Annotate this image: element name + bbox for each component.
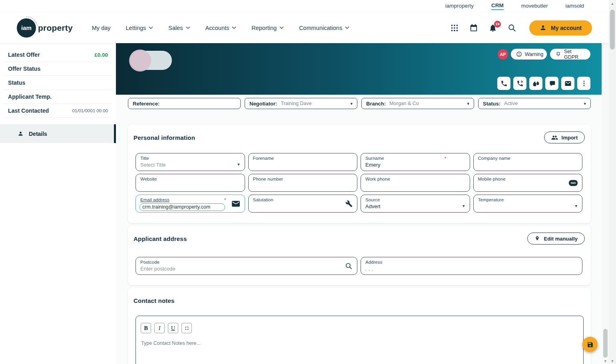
mobile-phone-field[interactable]: Mobile phone SMS — [473, 174, 583, 192]
branch-label: Branch: — [366, 101, 386, 107]
surname-label: Surname — [365, 156, 465, 161]
import-button[interactable]: Import — [544, 131, 585, 143]
set-gdpr-button[interactable]: Set GDPR — [550, 49, 590, 60]
personal-fields-grid: Title Select Title ▾ Forename Surname Em… — [136, 153, 582, 213]
stat-offer-status: Offer Status — [4, 62, 112, 76]
reference-input[interactable]: Reference: — [128, 98, 241, 109]
product-switcher-bar: iamproperty CRM movebutler iamsold — [0, 0, 609, 12]
mobile-phone-label: Mobile phone — [478, 177, 578, 181]
content-scrollbar[interactable]: ▼ — [602, 43, 609, 364]
my-account-label: My account — [551, 25, 582, 31]
editor-toolbar: B I U — [141, 323, 583, 333]
product-link-iamproperty[interactable]: iamproperty — [445, 3, 474, 10]
salutation-field[interactable]: Salutation — [248, 195, 358, 213]
scroll-down-arrow[interactable]: ▼ — [602, 359, 609, 363]
apps-grid-icon[interactable] — [450, 24, 459, 32]
scroll-down-arrow[interactable]: ▼ — [609, 359, 616, 363]
applicant-address-title: Applicant address — [134, 235, 187, 242]
caret-down-icon: ▾ — [584, 101, 586, 106]
nav-sales[interactable]: Sales — [168, 25, 190, 31]
content-scrollbar-thumb[interactable] — [603, 329, 608, 358]
product-link-crm[interactable]: CRM — [491, 2, 504, 10]
save-button[interactable] — [582, 337, 598, 352]
warning-button[interactable]: Warning — [511, 49, 547, 60]
warning-label: Warning — [525, 52, 543, 57]
product-link-iamsold[interactable]: iamsold — [565, 3, 584, 10]
title-select[interactable]: Title Select Title ▾ — [136, 153, 245, 171]
envelope-icon — [564, 80, 572, 87]
envelope-icon[interactable] — [231, 200, 240, 207]
surname-field[interactable]: Surname Emery * — [361, 153, 470, 171]
edit-manually-label: Edit manually — [544, 236, 578, 242]
caret-down-icon: ▾ — [350, 101, 353, 106]
negotiator-avatar[interactable]: AP — [498, 49, 508, 60]
source-label: Source — [365, 197, 465, 202]
calendar-icon[interactable] — [469, 24, 478, 32]
sms-icon[interactable]: SMS — [569, 180, 578, 186]
italic-button[interactable]: I — [154, 323, 165, 333]
ellipsis-vertical-icon — [580, 80, 588, 87]
reference-label: Reference: — [133, 101, 159, 107]
chevron-down-icon — [345, 26, 349, 29]
postcode-field[interactable]: Postcode Enter postcode — [136, 257, 357, 275]
record-sidebar: Latest Offer £0.00 Offer Status Status A… — [0, 43, 116, 364]
viewings-button[interactable] — [529, 77, 542, 90]
phone-number-field[interactable]: Phone number — [248, 174, 358, 192]
website-label: Website — [140, 177, 240, 181]
page-scrollbar-thumb[interactable] — [610, 10, 615, 50]
status-select[interactable]: Status: Active ▾ — [478, 98, 591, 109]
nav-communications-label: Communications — [299, 25, 342, 31]
chevron-down-icon — [232, 26, 236, 29]
last-contacted-value: 01/01/0001 00:00 — [72, 108, 108, 113]
nav-accounts[interactable]: Accounts — [205, 25, 237, 31]
tools-icon[interactable] — [345, 200, 353, 207]
search-icon[interactable] — [508, 24, 516, 32]
email-button[interactable] — [561, 77, 574, 90]
nav-my-day[interactable]: My day — [92, 25, 111, 31]
avatar-placeholder-circle — [129, 50, 151, 72]
forename-field[interactable]: Forename — [248, 153, 358, 171]
expand-icon — [184, 326, 189, 331]
search-icon[interactable] — [345, 262, 353, 270]
bold-button[interactable]: B — [141, 323, 151, 333]
branch-select[interactable]: Branch: Morgan & Co ▾ — [361, 98, 474, 109]
address-value: , , , — [365, 267, 578, 271]
temperature-select[interactable]: Temperature ▾ — [473, 195, 583, 213]
nav-lettings[interactable]: Lettings — [126, 25, 154, 31]
contact-action-bar — [497, 77, 590, 90]
iamproperty-logo[interactable]: iam property — [17, 18, 73, 38]
notification-count-badge: 19 — [494, 21, 501, 28]
scroll-up-arrow[interactable]: ▲ — [609, 2, 616, 6]
company-name-field[interactable]: Company name — [473, 153, 583, 171]
underline-button[interactable]: U — [168, 323, 178, 333]
sidebar-item-details[interactable]: Details — [0, 124, 116, 143]
chevron-down-icon — [279, 26, 284, 29]
nav-reporting[interactable]: Reporting — [251, 25, 284, 31]
logo-wordmark: property — [38, 23, 73, 33]
work-phone-field[interactable]: Work phone — [361, 174, 470, 192]
source-select[interactable]: Source Advert ▾ — [361, 195, 470, 213]
negotiator-label: Negotiator: — [249, 101, 277, 107]
call-button[interactable] — [497, 77, 510, 90]
nav-lettings-label: Lettings — [126, 25, 146, 31]
address-field[interactable]: Address , , , — [361, 257, 582, 275]
my-account-button[interactable]: My account — [529, 20, 592, 36]
email-address-input[interactable]: crm.training@iamproperty.com — [140, 203, 225, 211]
applicant-address-card: Applicant address Edit manually Postcode… — [128, 226, 591, 285]
negotiator-select[interactable]: Negotiator: Training Dave ▾ — [245, 98, 357, 109]
expand-button[interactable] — [181, 323, 192, 333]
status-label: Status: — [483, 101, 500, 107]
sms-chat-button[interactable] — [545, 77, 558, 90]
chat-bubble-icon — [548, 80, 556, 87]
call-log-button[interactable] — [513, 77, 526, 90]
email-address-field[interactable]: Email address crm.training@iamproperty.c… — [136, 195, 245, 213]
nav-communications[interactable]: Communications — [299, 25, 349, 31]
edit-manually-button[interactable]: Edit manually — [527, 233, 585, 245]
notifications-bell-icon[interactable]: 19 — [488, 24, 497, 32]
product-link-movebutler[interactable]: movebutler — [521, 3, 548, 10]
website-field[interactable]: Website — [136, 174, 245, 192]
more-options-button[interactable] — [577, 77, 590, 90]
contact-notes-editor[interactable]: B I U Type Contact Notes here... — [136, 316, 584, 364]
stat-label: Last Contacted — [8, 107, 49, 114]
page-scrollbar[interactable]: ▲ ▼ — [609, 0, 616, 364]
